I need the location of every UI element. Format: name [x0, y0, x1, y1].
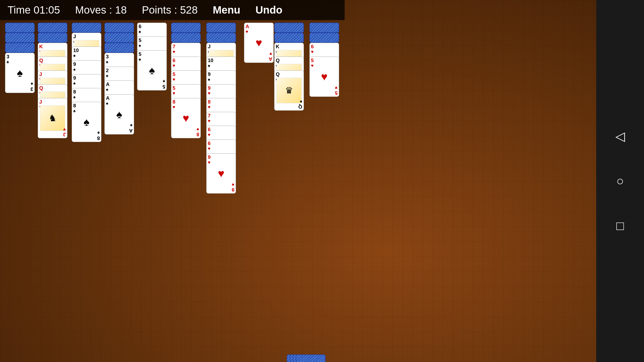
- home-icon[interactable]: ○: [616, 174, 624, 188]
- time-display: Time 01:05: [8, 4, 60, 16]
- card[interactable]: A ♥ ♥ A ♥: [244, 23, 274, 63]
- card[interactable]: Q ♠ ♛ Q ♠: [274, 70, 304, 111]
- card[interactable]: [274, 23, 304, 33]
- moves-display: Moves : 18: [75, 4, 127, 16]
- card[interactable]: [206, 33, 236, 43]
- card[interactable]: 5 ♠ ♠ 5 ♠: [137, 50, 167, 90]
- menu-button[interactable]: Menu: [213, 4, 240, 16]
- card[interactable]: [5, 33, 35, 43]
- card[interactable]: [72, 23, 101, 33]
- game-area: 3 ♠ ♠ 3 ♠ K ♥ 👑 K ♥ Q ♥ ♛ Q ♥: [0, 20, 345, 362]
- card[interactable]: 9 ♥ ♥ 9 ♥: [206, 153, 236, 194]
- points-display: Points : 528: [142, 4, 198, 16]
- card[interactable]: [104, 23, 134, 33]
- card[interactable]: [38, 23, 67, 33]
- back-icon[interactable]: ◁: [615, 129, 625, 144]
- recents-icon[interactable]: □: [616, 218, 624, 233]
- undo-button[interactable]: Undo: [255, 4, 282, 16]
- card[interactable]: [274, 33, 304, 43]
- card[interactable]: [104, 33, 134, 43]
- card[interactable]: [171, 23, 201, 33]
- card[interactable]: [5, 23, 35, 33]
- card[interactable]: [309, 23, 339, 33]
- card[interactable]: 5 ♥ ♥ 5 ♥: [309, 57, 339, 97]
- android-nav-panel: ◁ ○ □: [596, 0, 644, 362]
- card[interactable]: J ♥ ♞ J ♥: [38, 98, 67, 138]
- card[interactable]: A ♠ ♠ A ♠: [104, 94, 134, 134]
- card[interactable]: 3 ♠ ♠ 3 ♠: [5, 53, 35, 93]
- card[interactable]: [5, 43, 35, 53]
- card[interactable]: [171, 33, 201, 43]
- game-header: Time 01:05 Moves : 18 Points : 528 Menu …: [0, 0, 345, 20]
- card[interactable]: [309, 33, 339, 43]
- card[interactable]: [38, 33, 67, 43]
- card[interactable]: [206, 23, 236, 33]
- card[interactable]: 8 ♥ ♥ 8 ♥: [171, 98, 201, 138]
- card[interactable]: [104, 43, 134, 53]
- card[interactable]: 8 ♠ ♠ 8 ♠: [72, 102, 101, 142]
